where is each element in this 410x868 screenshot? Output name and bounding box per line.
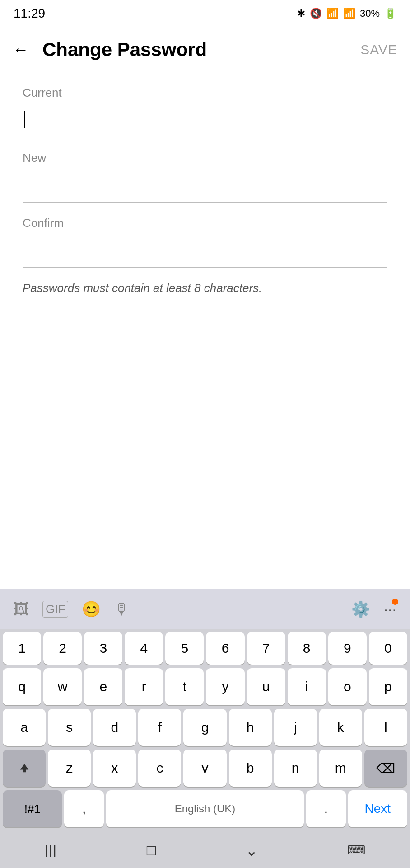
key-w[interactable]: w: [43, 668, 82, 705]
key-g[interactable]: g: [183, 709, 226, 746]
key-z[interactable]: z: [48, 750, 91, 787]
notification-dot: [392, 599, 398, 605]
password-hint: Passwords must contain at least 8 charac…: [23, 281, 387, 295]
key-j[interactable]: j: [274, 709, 317, 746]
app-bar-left: ← Change Password: [13, 39, 207, 61]
text-cursor: [24, 111, 25, 128]
key-o[interactable]: o: [328, 668, 367, 705]
key-8[interactable]: 8: [288, 632, 326, 665]
current-label: Current: [23, 86, 387, 100]
key-r[interactable]: r: [125, 668, 163, 705]
key-v[interactable]: v: [183, 750, 226, 787]
key-6[interactable]: 6: [206, 632, 244, 665]
back-nav-icon[interactable]: |||: [45, 843, 57, 858]
home-nav-icon[interactable]: □: [147, 841, 156, 859]
key-c[interactable]: c: [138, 750, 181, 787]
confirm-label: Confirm: [23, 216, 387, 230]
app-bar: ← Change Password SAVE: [0, 27, 410, 72]
status-bar: 11:29 ✱ 🔇 📶 📶 30% 🔋: [0, 0, 410, 27]
key-e[interactable]: e: [84, 668, 122, 705]
signal-icon: 📶: [343, 8, 355, 19]
key-h[interactable]: h: [229, 709, 272, 746]
bottom-nav: ||| □ ⌄ ⌨: [0, 832, 410, 868]
key-m[interactable]: m: [319, 750, 362, 787]
key-3[interactable]: 3: [84, 632, 122, 665]
new-divider: [23, 202, 387, 203]
key-b[interactable]: b: [229, 750, 272, 787]
key-n[interactable]: n: [274, 750, 317, 787]
comma-key[interactable]: ,: [64, 790, 104, 827]
form-area: Current New Confirm Passwords must conta…: [0, 72, 410, 304]
keyboard-mic-icon[interactable]: 🎙: [114, 600, 130, 618]
battery-icon: 🔋: [384, 8, 396, 19]
key-k[interactable]: k: [319, 709, 362, 746]
key-u[interactable]: u: [247, 668, 285, 705]
status-icons: ✱ 🔇 📶 📶 30% 🔋: [297, 8, 396, 19]
key-y[interactable]: y: [206, 668, 244, 705]
key-5[interactable]: 5: [165, 632, 204, 665]
keyboard-emoji-icon[interactable]: 😊: [82, 600, 101, 618]
key-x[interactable]: x: [93, 750, 136, 787]
keyboard-row-bottom: !#1 , English (UK) . Next: [0, 788, 410, 832]
space-key[interactable]: English (UK): [106, 790, 304, 827]
keyboard-nav-icon[interactable]: ⌨: [347, 843, 365, 858]
current-password-input[interactable]: [23, 104, 387, 135]
key-2[interactable]: 2: [43, 632, 82, 665]
next-key[interactable]: Next: [348, 790, 407, 827]
bluetooth-icon: ✱: [297, 8, 305, 19]
shift-key[interactable]: [3, 750, 46, 787]
key-l[interactable]: l: [364, 709, 407, 746]
mute-icon: 🔇: [310, 8, 322, 19]
new-label: New: [23, 151, 387, 165]
new-password-group: New: [23, 151, 387, 203]
keyboard-settings-icon[interactable]: ⚙️: [351, 600, 370, 618]
back-button[interactable]: ←: [13, 40, 29, 59]
keyboard: 🖼 GIF 😊 🎙 ⚙️ ··· 1 2 3 4 5 6 7 8 9 0 q w…: [0, 589, 410, 868]
recents-nav-icon[interactable]: ⌄: [245, 841, 258, 859]
key-0[interactable]: 0: [369, 632, 407, 665]
confirm-password-group: Confirm: [23, 216, 387, 268]
key-t[interactable]: t: [165, 668, 204, 705]
page-title: Change Password: [42, 39, 207, 61]
key-7[interactable]: 7: [247, 632, 285, 665]
symbols-key[interactable]: !#1: [3, 790, 62, 827]
keyboard-toolbar: 🖼 GIF 😊 🎙 ⚙️ ···: [0, 589, 410, 629]
confirm-divider: [23, 267, 387, 268]
current-password-group: Current: [23, 86, 387, 137]
key-9[interactable]: 9: [328, 632, 367, 665]
keyboard-more-icon[interactable]: ···: [384, 600, 396, 618]
current-divider: [23, 137, 387, 137]
confirm-password-input[interactable]: [23, 234, 387, 265]
keyboard-row-asdf: a s d f g h j k l: [0, 706, 410, 747]
keyboard-sticker-icon[interactable]: 🖼: [14, 600, 29, 618]
key-p[interactable]: p: [369, 668, 407, 705]
key-f[interactable]: f: [138, 709, 181, 746]
key-a[interactable]: a: [3, 709, 46, 746]
keyboard-row-qwerty: q w e r t y u i o p: [0, 665, 410, 706]
key-i[interactable]: i: [288, 668, 326, 705]
save-button[interactable]: SAVE: [360, 42, 397, 57]
new-password-input[interactable]: [23, 169, 387, 200]
keyboard-row-numbers: 1 2 3 4 5 6 7 8 9 0: [0, 629, 410, 665]
keyboard-gif-icon[interactable]: GIF: [42, 601, 68, 618]
key-q[interactable]: q: [3, 668, 41, 705]
wifi-icon: 📶: [326, 8, 339, 19]
backspace-key[interactable]: ⌫: [364, 750, 407, 787]
key-1[interactable]: 1: [3, 632, 41, 665]
key-s[interactable]: s: [48, 709, 91, 746]
battery-percentage: 30%: [360, 8, 380, 19]
key-4[interactable]: 4: [125, 632, 163, 665]
status-time: 11:29: [14, 6, 45, 21]
keyboard-row-zxcv: z x c v b n m ⌫: [0, 747, 410, 788]
period-key[interactable]: .: [306, 790, 346, 827]
key-d[interactable]: d: [93, 709, 136, 746]
